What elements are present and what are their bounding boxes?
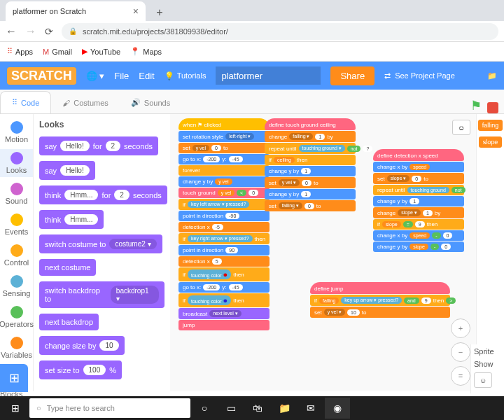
palette-block[interactable]: think Hmm... for 2 seconds: [39, 186, 167, 204]
bookmark-maps[interactable]: 📍 Maps: [130, 47, 162, 56]
bookmark-gmail[interactable]: M Gmail: [43, 48, 72, 56]
script-block[interactable]: if key left arrow ▾ pressed?: [178, 199, 270, 210]
script-block[interactable]: repeat until touching ground not: [373, 185, 464, 195]
script-block[interactable]: if key right arrow ▾ pressed? then: [178, 233, 270, 244]
script-block[interactable]: if touching color ● then: [178, 293, 270, 307]
block-palette[interactable]: Looks say Hello! for 2 secondssay Hello!…: [34, 114, 170, 391]
store-icon[interactable]: 🛍: [245, 398, 270, 419]
zoom-in[interactable]: +: [451, 318, 470, 338]
stop-button[interactable]: [487, 102, 498, 113]
bookmark-youtube[interactable]: ▶ YouTube: [82, 47, 120, 56]
script-block[interactable]: point in direction 90: [178, 245, 270, 255]
globe-icon[interactable]: 🌐 ▾: [86, 71, 105, 81]
category-looks[interactable]: Looks: [0, 149, 33, 177]
sprite-selector[interactable]: ☺: [474, 372, 492, 388]
category-events[interactable]: Events: [0, 211, 33, 239]
script-block[interactable]: if falling key up arrow ▾ pressed? and 9…: [310, 295, 450, 306]
palette-block[interactable]: say Hello! for 2 seconds: [39, 136, 158, 155]
explorer-icon[interactable]: 📁: [272, 398, 297, 419]
script-block[interactable]: change y by y vel: [178, 176, 270, 187]
script-block[interactable]: forever: [178, 165, 270, 176]
tab-costumes[interactable]: 🖌Costumes: [51, 92, 120, 113]
file-menu[interactable]: File: [114, 71, 129, 81]
reload-icon[interactable]: ⟳: [45, 26, 53, 37]
script-block[interactable]: change y by 1: [265, 166, 356, 176]
script-block[interactable]: change falling ▾ 1 by: [265, 131, 356, 142]
hat-block[interactable]: define jump: [310, 282, 450, 294]
hat-block[interactable]: define detection x speed: [373, 149, 464, 161]
script-block[interactable]: change y by slope - 0: [373, 241, 464, 252]
palette-block[interactable]: switch backdrop to backdrop1 ▾: [39, 281, 164, 308]
start-button[interactable]: ⊞: [3, 398, 28, 419]
script-block[interactable]: set y vel ▾ 10 to: [310, 307, 450, 318]
script-block[interactable]: detection x 5: [178, 256, 270, 267]
taskbar-search[interactable]: ○Type here to search: [29, 398, 190, 418]
edit-menu[interactable]: Edit: [139, 71, 154, 81]
script-block[interactable]: if ceiling then: [265, 155, 356, 165]
category-column: MotionLooksSoundEventsControlSensingOper…: [0, 114, 34, 391]
palette-block[interactable]: set size to 100 %: [39, 360, 122, 379]
palette-block[interactable]: switch costume to costume2 ▾: [39, 234, 162, 253]
script-block[interactable]: change x by speed: [373, 162, 464, 172]
category-sound[interactable]: Sound: [0, 180, 33, 208]
category-operators[interactable]: Operators: [0, 303, 33, 331]
palette-block[interactable]: say Hello!: [39, 161, 95, 180]
zoom-out[interactable]: −: [451, 342, 470, 362]
script-block[interactable]: change slope ▾ 1 by: [373, 207, 464, 218]
add-extension-button[interactable]: ⊞: [0, 364, 28, 392]
script-block[interactable]: point in direction -90: [178, 211, 270, 221]
zoom-reset[interactable]: =: [451, 366, 470, 386]
green-flag[interactable]: ⚑: [470, 98, 482, 113]
hat-block[interactable]: when ⚑ clicked: [178, 118, 270, 130]
script-block[interactable]: detection x -5: [178, 222, 270, 232]
sprite-thumbnail[interactable]: ☺: [452, 120, 470, 135]
script-block[interactable]: change y by 1: [373, 196, 464, 206]
script-block[interactable]: touch ground y vel < 0: [178, 188, 270, 198]
project-name-input[interactable]: [216, 66, 321, 85]
task-view-icon[interactable]: ▭: [218, 398, 244, 419]
script-block[interactable]: go to x: -200 y: -45: [178, 154, 270, 164]
back-icon[interactable]: ←: [6, 25, 17, 38]
tab-sounds[interactable]: 🔊Sounds: [120, 92, 181, 113]
palette-block[interactable]: next costume: [39, 259, 96, 276]
script-block[interactable]: set rotation style left-right ▾: [178, 131, 270, 142]
close-tab-icon[interactable]: ×: [133, 6, 139, 17]
see-project-page[interactable]: ⇄See Project Page: [384, 71, 455, 80]
script-block[interactable]: go to x: -200 y: -45: [178, 282, 270, 293]
scratch-logo[interactable]: SCRATCH: [7, 67, 76, 85]
script-block[interactable]: if slope = 9 then: [373, 219, 464, 230]
forward-icon[interactable]: →: [25, 25, 36, 38]
apps-icon[interactable]: ⠿ Apps: [7, 47, 33, 56]
palette-block[interactable]: next backdrop: [39, 314, 99, 330]
cortana-icon[interactable]: ○: [192, 398, 217, 419]
palette-block[interactable]: think Hmm...: [39, 210, 104, 229]
category-motion[interactable]: Motion: [0, 118, 33, 146]
script-block[interactable]: set falling ▾ 0 to: [265, 200, 356, 211]
script-canvas[interactable]: when ⚑ clickedset rotation style left-ri…: [170, 114, 476, 391]
script-block[interactable]: jump: [178, 320, 270, 330]
var-monitor[interactable]: slope: [479, 136, 503, 148]
mail-icon[interactable]: ✉: [298, 398, 323, 419]
script-block[interactable]: broadcast next level ▾: [178, 308, 270, 319]
script-block[interactable]: change x by speed - 0: [373, 230, 464, 241]
new-tab-button[interactable]: +: [151, 4, 168, 21]
browser-tab[interactable]: platformer on Scratch ×: [6, 1, 146, 21]
var-monitor[interactable]: falling: [478, 120, 503, 131]
script-block[interactable]: if touching color ● then: [178, 267, 270, 281]
script-block[interactable]: repeat until touching ground ▾ not ?: [265, 143, 356, 154]
script-block[interactable]: set y vel 0 to: [178, 143, 270, 153]
category-variables[interactable]: Variables: [0, 334, 33, 362]
tutorials-button[interactable]: 💡Tutorials: [164, 71, 206, 80]
script-block[interactable]: set slope ▾ 0 to: [373, 173, 464, 184]
hat-block[interactable]: define touch ground ceiling: [265, 118, 356, 130]
chrome-icon[interactable]: ◉: [325, 398, 350, 419]
category-control[interactable]: Control: [0, 241, 33, 270]
category-sensing[interactable]: Sensing: [0, 272, 33, 300]
tab-code[interactable]: ⠿Code: [0, 91, 51, 113]
address-bar[interactable]: 🔒 scratch.mit.edu/projects/381809938/edi…: [62, 23, 498, 40]
script-block[interactable]: set y vel ▾ 0 to: [265, 177, 356, 188]
script-block[interactable]: change y by 1: [265, 189, 356, 200]
folder-icon[interactable]: 📁: [487, 71, 497, 80]
palette-block[interactable]: change size by 10: [39, 336, 125, 355]
share-button[interactable]: Share: [330, 66, 374, 85]
